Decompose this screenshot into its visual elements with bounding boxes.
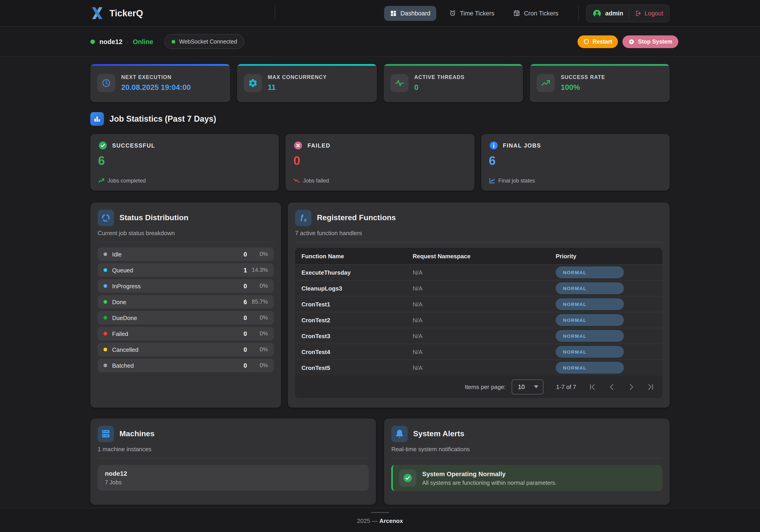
- panel-title: Machines: [119, 429, 155, 439]
- logout-icon: [635, 10, 641, 17]
- request-namespace: N/A: [413, 364, 556, 371]
- status-distribution-panel: Status Distribution Current job status b…: [90, 203, 281, 408]
- priority-label: NORMAL: [563, 349, 587, 355]
- restart-label: Restart: [593, 38, 612, 45]
- icon-box: [537, 74, 555, 92]
- footer-year: 2025: [357, 517, 370, 524]
- pagination: Items per page: 10 1-7 of 7: [295, 375, 662, 398]
- status-label: Failed: [112, 330, 128, 337]
- check-circle-icon: [98, 141, 108, 150]
- chevron-down-icon: [534, 385, 539, 388]
- restart-button[interactable]: Restart: [578, 35, 618, 48]
- main-nav: Dashboard Time Tickers Cron Tickers: [384, 0, 564, 26]
- page-footer: 2025 — Arcenox: [0, 508, 760, 532]
- card-accent-stripe: [530, 64, 670, 66]
- tab-dashboard[interactable]: Dashboard: [384, 6, 436, 21]
- system-actions: Restart Stop System: [578, 35, 678, 48]
- priority-badge: NORMAL: [556, 298, 624, 310]
- websocket-badge: WebSocket Connected: [164, 34, 244, 49]
- logout-button[interactable]: Logout: [635, 10, 663, 17]
- job-statistics-header: Job Statistics (Past 7 Days): [90, 112, 670, 126]
- job-card-footer: Jobs completed: [98, 177, 271, 184]
- icon-box: ƒx: [295, 210, 311, 226]
- job-card-label: SUCCESSFUL: [112, 142, 155, 149]
- divider: [295, 242, 662, 242]
- job-card-value: 6: [489, 154, 662, 168]
- bottom-panels: Machines 1 machine instances node12 7 Jo…: [90, 418, 670, 505]
- job-card-footer: Final job states: [489, 177, 662, 184]
- status-percent: 0%: [247, 346, 268, 353]
- table-row: CronTest2N/ANORMAL: [295, 312, 662, 328]
- status-dot: [104, 300, 107, 304]
- status-percent: 0%: [247, 283, 268, 289]
- icon-box: [98, 426, 114, 442]
- icon-box: [391, 426, 408, 442]
- divider: [98, 242, 274, 242]
- card-accent-stripe: [90, 64, 230, 66]
- column-header: Function Name: [302, 253, 413, 260]
- stop-system-button[interactable]: Stop System: [623, 35, 678, 48]
- stat-card-active-threads: ACTIVE THREADS 0: [383, 64, 523, 102]
- machine-jobs: 7 Jobs: [105, 479, 361, 486]
- priority-badge: NORMAL: [556, 330, 624, 342]
- header-divider: [275, 6, 275, 21]
- footer-text: 2025 — Arcenox: [0, 517, 760, 524]
- divider: [391, 458, 662, 459]
- request-namespace: N/A: [413, 348, 556, 355]
- tab-label: Cron Tickers: [524, 10, 558, 17]
- job-card-label: FAILED: [308, 142, 330, 149]
- status-label: Queued: [112, 267, 133, 273]
- request-namespace: N/A: [413, 269, 556, 276]
- table-row: ExecuteThursdayN/ANORMAL: [295, 264, 662, 280]
- panel-header: System Alerts: [391, 426, 662, 442]
- job-card-final-jobs: FINAL JOBS 6 Final job states: [481, 134, 670, 191]
- priority-label: NORMAL: [563, 269, 587, 275]
- function-name: CronTest4: [302, 348, 413, 355]
- dashboard-page: TickerQ Dashboard Time Tickers Cron Tick…: [0, 0, 760, 532]
- status-percent: 0%: [247, 251, 268, 257]
- request-namespace: N/A: [413, 285, 556, 292]
- status-dot: [104, 332, 107, 335]
- gear-icon: [248, 78, 258, 88]
- status-percent: 0%: [247, 314, 268, 321]
- page-size-select[interactable]: 10: [512, 379, 544, 394]
- status-row: Cancelled00%: [98, 343, 274, 356]
- table-row: CronTest5N/ANORMAL: [295, 360, 662, 375]
- first-page-icon[interactable]: [588, 382, 596, 391]
- job-stat-cards: SUCCESSFUL 6 Jobs completed FAILED 0 Job…: [90, 134, 670, 191]
- status-row: Batched00%: [98, 359, 274, 372]
- job-card-failed: FAILED 0 Jobs failed: [286, 134, 474, 191]
- calendar-icon: [513, 10, 520, 17]
- prev-page-icon[interactable]: [607, 382, 616, 391]
- info-circle-icon: [489, 141, 498, 150]
- priority-label: NORMAL: [563, 333, 587, 339]
- node-status-dot: [90, 39, 95, 44]
- status-row: Idle00%: [98, 247, 274, 261]
- status-label: Idle: [112, 251, 122, 258]
- user-name: admin: [605, 10, 623, 17]
- tab-time-tickers[interactable]: Time Tickers: [443, 5, 500, 21]
- status-row: Queued114.3%: [98, 263, 274, 277]
- last-page-icon[interactable]: [646, 382, 655, 391]
- next-page-icon[interactable]: [627, 382, 636, 391]
- line-chart-small-icon: [489, 177, 495, 184]
- request-namespace: N/A: [413, 316, 556, 323]
- status-row: InProgress00%: [98, 279, 274, 293]
- pulse-icon: [394, 78, 404, 88]
- table-row: CronTest4N/ANORMAL: [295, 344, 662, 360]
- job-card-footer-label: Jobs completed: [108, 177, 146, 184]
- table-row: CronTest3N/ANORMAL: [295, 328, 662, 344]
- status-label: Done: [112, 299, 126, 305]
- status-label: Cancelled: [112, 346, 138, 353]
- tab-cron-tickers[interactable]: Cron Tickers: [507, 5, 564, 21]
- priority-label: NORMAL: [563, 285, 587, 291]
- stat-card-success-rate: SUCCESS RATE 100%: [530, 64, 670, 102]
- stat-card-next-execution: NEXT EXECUTION 20.08.2025 19:04:00: [90, 64, 230, 102]
- page-size-value: 10: [518, 383, 525, 390]
- brand: TickerQ: [90, 6, 143, 20]
- status-dot: [104, 316, 107, 319]
- status-count: 0: [244, 330, 247, 337]
- status-count: 0: [244, 314, 247, 321]
- user-menu[interactable]: admin Logout: [586, 5, 670, 22]
- priority-badge: NORMAL: [556, 346, 624, 358]
